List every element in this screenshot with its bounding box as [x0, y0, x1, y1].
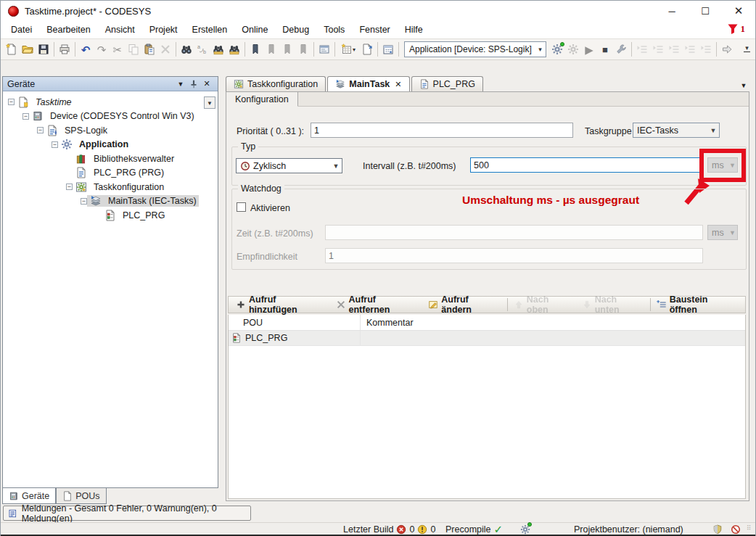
delete-button[interactable] [157, 41, 173, 57]
collapse-icon[interactable]: − [22, 113, 29, 120]
tab-maintask[interactable]: MainTask ✕ [327, 76, 409, 91]
new-object-button[interactable]: ▾ [337, 41, 359, 57]
stop-button[interactable]: ■ [597, 41, 613, 57]
replace-button[interactable] [194, 41, 210, 57]
move-down-button[interactable]: Nach unten [578, 297, 649, 313]
toggle-bookmark-button[interactable] [247, 41, 263, 57]
menu-ansicht[interactable]: Ansicht [98, 22, 142, 37]
arrow-up-icon [514, 300, 524, 310]
replace-in-project-button[interactable] [226, 41, 242, 57]
tree-item-maintask[interactable]: − MainTask (IEC-Tasks) [3, 194, 218, 209]
tree-item-bibliotheksverwalter[interactable]: − Bibliotheksverwalter [3, 152, 218, 166]
change-call-button[interactable]: Aufruf ändern [424, 297, 506, 313]
resize-grip[interactable]: ⠿ [747, 524, 754, 532]
tab-taskkonfiguration[interactable]: Taskkonfiguration [226, 76, 326, 91]
collapse-icon[interactable]: − [52, 141, 58, 148]
export-button[interactable] [359, 41, 375, 57]
move-up-button[interactable]: Nach oben [509, 297, 578, 313]
minimize-button[interactable]: ─ [655, 1, 689, 21]
tree-item-device[interactable]: − Device (CODESYS Control Win V3) [3, 110, 218, 124]
panel-pin-icon[interactable] [187, 79, 200, 89]
interval-input[interactable]: 500 [470, 157, 703, 173]
tree-item-plc-prg[interactable]: − PLC_PRG (PRG) [3, 166, 218, 181]
start-button[interactable]: ▶ [581, 41, 597, 57]
next-bookmark-button[interactable] [279, 41, 295, 57]
menu-projekt[interactable]: Projekt [142, 22, 185, 37]
tree-item-application[interactable]: − Application [3, 138, 218, 152]
menu-online[interactable]: Online [234, 22, 275, 37]
open-project-button[interactable] [20, 41, 36, 57]
remove-call-button[interactable]: Aufruf entfernen [332, 297, 424, 313]
single-cycle-button[interactable] [613, 41, 629, 57]
input-assistant-button[interactable] [380, 41, 396, 57]
panel-menu-caret-icon[interactable]: ▼ [174, 81, 187, 88]
add-call-button[interactable]: Aufruf hinzufügen [231, 297, 332, 313]
save-button[interactable] [36, 41, 52, 57]
tree-item-maintask-plc-prg[interactable]: − PLC_PRG [3, 208, 218, 223]
column-pou[interactable]: POU [229, 315, 361, 330]
menu-debug[interactable]: Debug [275, 22, 316, 37]
subtab-konfiguration[interactable]: Konfiguration [226, 92, 298, 107]
logout-button[interactable] [565, 41, 581, 57]
print-button[interactable] [57, 41, 73, 57]
toolbar-overflow-button[interactable]: ▾ [741, 41, 752, 57]
collapse-icon[interactable]: − [81, 198, 87, 205]
copy-button[interactable] [126, 41, 141, 57]
active-application-combobox[interactable]: Application [Device: SPS-Logik] ▾ [404, 41, 546, 57]
table-row[interactable]: PLC_PRG [229, 331, 745, 346]
funnel-icon [727, 23, 739, 35]
editor-subtab-bar: Konfiguration [226, 92, 749, 107]
step-into-button[interactable] [650, 41, 666, 57]
properties-button[interactable] [316, 41, 332, 57]
step-out-button[interactable] [666, 41, 682, 57]
menu-bearbeiten[interactable]: Bearbeiten [39, 22, 97, 37]
menu-datei[interactable]: Datei [4, 22, 39, 37]
clear-bookmarks-button[interactable] [295, 41, 311, 57]
previous-bookmark-button[interactable] [263, 41, 279, 57]
find-button[interactable] [178, 41, 194, 57]
collapse-icon[interactable]: − [8, 99, 15, 105]
tree-item-taskkonfiguration[interactable]: − Taskkonfiguration [3, 180, 218, 194]
redo-button[interactable]: ↷ [94, 41, 110, 57]
collapse-icon[interactable]: − [37, 127, 44, 133]
step-over-button[interactable] [634, 41, 650, 57]
cut-button[interactable]: ✂ [110, 41, 126, 57]
tree-item-tasktime[interactable]: − Tasktime [3, 95, 218, 110]
priority-input[interactable]: 1 [311, 123, 573, 138]
tab-plc-prg[interactable]: PLC_PRG [411, 76, 483, 91]
login-button[interactable] [549, 41, 565, 57]
run-to-cursor-button[interactable] [682, 41, 698, 57]
tab-list-dropdown-button[interactable]: ▼ [738, 80, 749, 91]
panel-close-icon[interactable]: ✕ [200, 79, 213, 88]
taskgroup-select[interactable]: IEC-Tasks ▼ [633, 123, 720, 138]
tab-geraete[interactable]: Geräte [2, 488, 56, 504]
messages-bar[interactable]: Meldungen - Gesamt 0 Fehler, 0 Warnung(e… [3, 506, 251, 521]
flow-control-button[interactable] [719, 41, 735, 57]
task-type-select[interactable]: Zyklisch ▼ [236, 158, 342, 173]
close-button[interactable]: ✕ [722, 1, 755, 21]
reset-button[interactable] [698, 41, 714, 57]
properties-icon [319, 44, 330, 55]
menu-hilfe[interactable]: Hilfe [398, 22, 430, 37]
column-kommentar[interactable]: Kommentar [361, 318, 414, 328]
close-tab-icon[interactable]: ✕ [395, 80, 401, 89]
tree-item-sps-logik[interactable]: − SPS-Logik [3, 123, 218, 138]
pragma-filter-indicator[interactable]: 1 [727, 23, 746, 35]
collapse-icon[interactable]: − [66, 184, 73, 190]
security-shield-icon[interactable] [712, 523, 723, 535]
maximize-button[interactable]: ☐ [689, 1, 722, 21]
tab-pous[interactable]: POUs [56, 488, 106, 504]
open-pou-button[interactable]: Baustein öffnen [652, 297, 742, 313]
menu-erstellen[interactable]: Erstellen [185, 22, 235, 37]
devices-panel-title: Geräte [7, 79, 174, 89]
new-project-button[interactable] [4, 41, 20, 57]
menu-fenster[interactable]: Fenster [352, 22, 397, 37]
tree-root-dropdown-button[interactable]: ▼ [204, 96, 215, 109]
active-application-value: Application [Device: SPS-Logik] [405, 44, 535, 54]
watchdog-unit-select: ms ▼ [707, 225, 738, 240]
watchdog-enable-checkbox[interactable] [237, 202, 246, 212]
find-in-project-button[interactable] [210, 41, 226, 57]
paste-button[interactable] [141, 41, 157, 57]
undo-button[interactable]: ↶ [78, 41, 94, 57]
menu-tools[interactable]: Tools [316, 22, 352, 37]
